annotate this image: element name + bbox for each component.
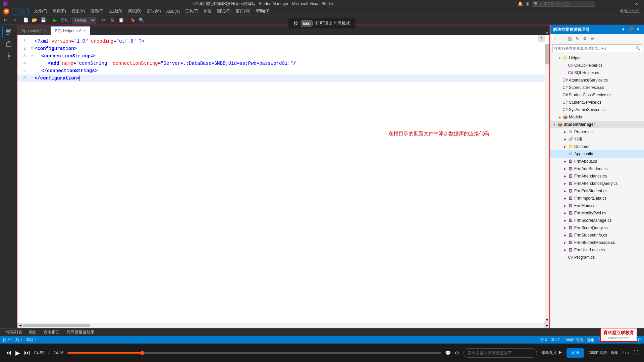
- panel-close-btn[interactable]: ✕: [635, 26, 641, 33]
- tree-item-frmuserlogin[interactable]: ▶ 🖼 FrmUserLogin.cs: [550, 246, 644, 254]
- menu-view[interactable]: 视图(V): [69, 7, 88, 15]
- toolbar-find[interactable]: 🔍: [138, 16, 146, 24]
- tree-item-student-svc[interactable]: C# StudentService.cs: [550, 99, 644, 106]
- panel-filter-btn[interactable]: ☰: [589, 35, 595, 42]
- fullscreen-btn[interactable]: ⛶: [633, 350, 639, 356]
- settings-video-btn[interactable]: ⚙: [455, 350, 459, 356]
- prev-btn[interactable]: ⏮: [5, 349, 11, 356]
- tree-item-frmstudentinfo[interactable]: ▶ 🖼 FrmStudentInfo.cs: [550, 231, 644, 239]
- selection-btn[interactable]: 选集: [611, 350, 618, 355]
- quick-launch-input[interactable]: [540, 2, 593, 6]
- play-btn[interactable]: ▶: [15, 349, 20, 357]
- expand-editor-btn[interactable]: +: [538, 35, 545, 42]
- notification-icon[interactable]: 🔔: [518, 1, 523, 6]
- menu-build[interactable]: 生成(B): [106, 7, 125, 15]
- debug-mode-select[interactable]: Debug Release: [72, 17, 96, 23]
- progress-bar[interactable]: [67, 352, 441, 354]
- progress-handle[interactable]: [140, 351, 144, 355]
- follow-button[interactable]: + 关注: [12, 8, 29, 14]
- tab-output[interactable]: 输出: [25, 328, 40, 337]
- panel-refresh-btn[interactable]: ↻: [574, 35, 581, 42]
- panel-pin-btn[interactable]: 📌: [627, 26, 634, 33]
- expand-tabs-btn[interactable]: ▼: [545, 31, 549, 35]
- tree-item-frmattendancequery[interactable]: ▶ 🖼 FrmAttendanceQuery.cs: [550, 180, 644, 187]
- toolbar-start[interactable]: ▶: [51, 16, 59, 24]
- activity-solution-explorer[interactable]: [2, 26, 14, 38]
- activity-toolbox[interactable]: [2, 38, 14, 50]
- tree-item-frmmodifypwd[interactable]: ▶ 🖼 FrmModifyPwd.cs: [550, 209, 644, 217]
- tab-error-list[interactable]: 错误列表: [3, 328, 25, 337]
- tree-item-frmscoremanage[interactable]: ▶ 🖼 FrmScoreManage.cs: [550, 217, 644, 224]
- menu-edit[interactable]: 编辑(E): [50, 7, 69, 15]
- tab-command[interactable]: 命令窗口: [40, 328, 63, 337]
- tree-item-attendance-svc[interactable]: C# AttendanceService.cs: [550, 76, 644, 84]
- menu-debug[interactable]: 调试(D): [125, 7, 144, 15]
- quality-btn[interactable]: 1080P 高清: [588, 350, 607, 355]
- menu-project[interactable]: 项目(P): [88, 7, 106, 15]
- tree-item-sqlhelper[interactable]: C# SQLHelper.cs: [550, 69, 644, 76]
- tree-item-frmattendance[interactable]: ▶ 🖼 FrmAttendance.cs: [550, 172, 644, 180]
- tree-item-program[interactable]: C# Program.cs: [550, 254, 644, 261]
- tree-item-helper[interactable]: ▼ 📁 Helper: [550, 54, 644, 62]
- tree-item-properties[interactable]: ▶ ⚙ Properties: [550, 128, 644, 136]
- panel-dropdown-btn[interactable]: ▼: [620, 26, 627, 33]
- panel-forward-btn[interactable]: →: [559, 35, 566, 42]
- subtitle-btn[interactable]: 💬: [445, 350, 451, 356]
- menu-team[interactable]: 团队(M): [144, 7, 163, 15]
- toolbar-new[interactable]: 📄: [22, 16, 30, 24]
- hscroll-left[interactable]: ◀: [17, 323, 23, 328]
- tree-item-frmabout[interactable]: ▶ 🖼 FrmAbout.cs: [550, 158, 644, 165]
- hscroll-thumb[interactable]: [23, 324, 90, 327]
- tree-item-studentclass[interactable]: C# StudentClassService.cs: [550, 91, 644, 99]
- toolbar-paste[interactable]: 📋: [117, 16, 125, 24]
- toolbar-cut[interactable]: ✂: [100, 16, 108, 24]
- editor-scrollbar[interactable]: ▲ ▼: [545, 44, 549, 323]
- toolbar-copy[interactable]: ⎘: [108, 16, 116, 24]
- menu-tools[interactable]: 工具(T): [182, 7, 201, 15]
- menu-window[interactable]: 窗口(W): [233, 7, 253, 15]
- code-editor[interactable]: 1 <?xml version="1.0" encoding="utf-8" ?…: [17, 35, 549, 323]
- next-btn[interactable]: ⏭: [24, 349, 30, 356]
- send-barrage-btn[interactable]: 发送: [567, 348, 584, 358]
- toolbar-bookmark[interactable]: 🔖: [129, 16, 137, 24]
- tree-item-oledb[interactable]: C# OleDbHelper.cs: [550, 62, 644, 69]
- barrage-hint[interactable]: 弹幕礼义 ▶: [541, 350, 562, 356]
- toolbar-save[interactable]: 💾: [39, 16, 47, 24]
- solution-search-input[interactable]: [553, 45, 634, 52]
- tab-sqlhelper[interactable]: SQLHelper.cs* ✕: [51, 26, 90, 35]
- tree-item-frmmain[interactable]: ▶ 🖼 FrmMain.cs: [550, 202, 644, 209]
- zoom-btn[interactable]: 2.0x: [622, 351, 629, 355]
- tree-item-models[interactable]: ▶ 📦 Models: [550, 113, 644, 121]
- tree-item-studentmanager[interactable]: ▼ 📦 StudentManager: [550, 121, 644, 128]
- tree-item-frmimportdata[interactable]: ▶ 🖼 FrmImportData.cs: [550, 195, 644, 202]
- menu-experience[interactable]: 体验: [201, 7, 214, 15]
- menu-test[interactable]: 测试(S): [214, 7, 233, 15]
- menu-help[interactable]: 帮助(H): [253, 7, 272, 15]
- editor-hscrollbar[interactable]: ◀ ▶: [17, 323, 549, 327]
- hscroll-track[interactable]: [23, 323, 544, 328]
- tree-item-frmstudentmanage[interactable]: ▶ 🖼 FrmStudentManage.cs: [550, 239, 644, 246]
- panel-home-btn[interactable]: 🏠: [567, 35, 573, 42]
- toolbar-redo[interactable]: ↪: [10, 16, 18, 24]
- tab-app-config[interactable]: App.config* ✕: [17, 26, 51, 35]
- tree-item-references[interactable]: ▶ 🔗 引用: [550, 136, 644, 143]
- scrollbar-thumb[interactable]: [545, 44, 549, 64]
- menu-xml[interactable]: XML(X): [163, 7, 182, 15]
- activity-properties[interactable]: [2, 50, 14, 62]
- panel-back-btn[interactable]: ←: [552, 35, 558, 42]
- toolbar-open[interactable]: 📂: [31, 16, 39, 24]
- menu-file[interactable]: 文件(F): [31, 7, 50, 15]
- close-btn[interactable]: ✕: [629, 0, 644, 7]
- tree-item-frmeditstudent[interactable]: ▶ 🖼 FrmEditStudent.cs: [550, 187, 644, 195]
- restore-btn[interactable]: □: [613, 0, 629, 7]
- minimize-btn[interactable]: ─: [598, 0, 613, 7]
- tree-item-common[interactable]: ▶ 📁 Common: [550, 143, 644, 150]
- tree-item-frmscorequery[interactable]: ▶ 🖼 FrmScoreQuery.cs: [550, 224, 644, 231]
- tree-item-frmaddstudent[interactable]: ▶ 🖼 FrmAddStudent.cs: [550, 165, 644, 172]
- filter-icon[interactable]: ⊞: [526, 1, 529, 6]
- tree-item-appconfig[interactable]: ⚙ App.config: [550, 150, 644, 158]
- panel-settings-btn[interactable]: ⚙: [581, 35, 588, 42]
- tab-sqlhelper-close[interactable]: ✕: [83, 29, 86, 33]
- tab-metrics[interactable]: 代码度量值结果: [63, 328, 98, 337]
- toolbar-undo[interactable]: ↩: [1, 16, 9, 24]
